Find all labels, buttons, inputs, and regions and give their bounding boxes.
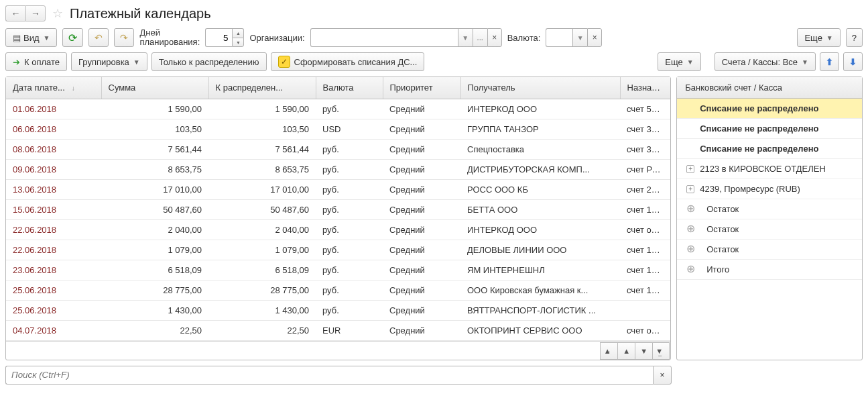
- account-item-label: Итого: [706, 264, 729, 274]
- scroll-top-button[interactable]: ▲_: [600, 342, 617, 360]
- table-row[interactable]: 08.06.20187 561,447 561,44руб.СреднийСпе…: [6, 139, 670, 159]
- cell-priority: Средний: [383, 300, 460, 320]
- account-tree-item[interactable]: ⊕Итого: [677, 260, 862, 280]
- expand-dot-icon[interactable]: ⊕: [686, 225, 694, 234]
- arrow-down-icon: ⬇: [849, 57, 857, 67]
- currency-selector[interactable]: ▼ ×: [546, 28, 602, 47]
- account-tree-item[interactable]: Списание не распределено: [677, 119, 862, 139]
- currency-clear-button[interactable]: ×: [587, 28, 602, 47]
- currency-dropdown-button[interactable]: ▼: [572, 28, 587, 47]
- table-row[interactable]: 23.06.20186 518,096 518,09руб.СреднийЯМ …: [6, 260, 670, 280]
- org-field[interactable]: [310, 28, 458, 47]
- col-sum-header[interactable]: Сумма: [101, 77, 208, 99]
- currency-field[interactable]: [546, 28, 572, 47]
- days-input[interactable]: [205, 28, 232, 47]
- col-dist-header[interactable]: К распределен...: [208, 77, 316, 99]
- cell-recipient: ДИСТРИБУТОРСКАЯ КОМП...: [460, 159, 620, 179]
- favorite-star-icon[interactable]: ☆: [50, 5, 66, 21]
- grouping-button[interactable]: Группировка ▼: [71, 52, 147, 71]
- cell-currency: руб.: [316, 99, 383, 119]
- nav-forward-button[interactable]: →: [25, 5, 46, 21]
- expand-dot-icon[interactable]: ⊕: [686, 266, 694, 274]
- to-payment-button[interactable]: ➔ К оплате: [5, 52, 67, 71]
- table-row[interactable]: 25.06.201828 775,0028 775,00руб.Средний …: [6, 280, 670, 300]
- cell-priority: Средний: [383, 199, 460, 219]
- account-tree-item[interactable]: ⊕Остаток: [677, 240, 862, 260]
- spinner-up-button[interactable]: ▲: [232, 28, 244, 38]
- expand-dot-icon[interactable]: ⊕: [686, 205, 694, 213]
- scroll-up-button[interactable]: ▲: [617, 342, 635, 360]
- account-tree-item[interactable]: +2123 в КИРОВСКОЕ ОТДЕЛЕН: [677, 159, 862, 179]
- cell-purpose: счет от22,06: [620, 320, 670, 340]
- cell-recipient: ГРУППА ТАНЗОР: [460, 119, 620, 139]
- col-date-header[interactable]: Дата плате...↓: [6, 77, 101, 99]
- col-priority-header[interactable]: Приоритет: [383, 77, 460, 99]
- spinner-down-button[interactable]: ▼: [232, 38, 244, 47]
- more-button-toolbar1[interactable]: Еще ▼: [797, 28, 840, 47]
- cell-sum: 2 040,00: [101, 219, 208, 240]
- more-label: Еще: [804, 33, 822, 43]
- undo-button[interactable]: ↶: [88, 28, 109, 47]
- help-label: ?: [852, 33, 857, 43]
- cell-priority: Средний: [383, 159, 460, 179]
- account-tree-item[interactable]: ⊕Остаток: [677, 199, 862, 219]
- table-row[interactable]: 25.06.20181 430,001 430,00руб.СреднийВЯТ…: [6, 300, 670, 320]
- cell-sum: 17 010,00: [101, 179, 208, 199]
- col-currency-header[interactable]: Валюта: [316, 77, 383, 99]
- cell-sum: 7 561,44: [101, 139, 208, 159]
- col-recipient-header[interactable]: Получатель: [460, 77, 620, 99]
- cell-currency: EUR: [316, 320, 383, 340]
- expand-icon[interactable]: +: [686, 185, 694, 193]
- account-tree-item[interactable]: ⊕Остаток: [677, 219, 862, 240]
- cell-dist: 1 590,00: [208, 99, 316, 119]
- only-to-distribute-button[interactable]: Только к распределению: [151, 52, 267, 71]
- cell-dist: 6 518,09: [208, 260, 316, 280]
- cell-dist: 103,50: [208, 119, 316, 139]
- org-selector[interactable]: ▼ ... ×: [310, 28, 502, 47]
- col-purpose-header[interactable]: Назначение: [620, 77, 670, 99]
- cell-priority: Средний: [383, 320, 460, 340]
- more-button-toolbar2[interactable]: Еще ▼: [658, 52, 700, 71]
- accounts-filter-button[interactable]: Счета / Кассы: Все ▼: [715, 52, 816, 71]
- scroll-down-button[interactable]: ▼: [635, 342, 652, 360]
- cell-recipient: ООО Кировская бумажная к...: [460, 280, 620, 300]
- table-row[interactable]: 09.06.20188 653,758 653,75руб.СреднийДИС…: [6, 159, 670, 179]
- cell-dist: 2 040,00: [208, 219, 316, 240]
- org-picker-button[interactable]: ...: [473, 28, 487, 47]
- table-row[interactable]: 04.07.201822,5022,50EURСреднийОКТОПРИНТ …: [6, 320, 670, 340]
- org-clear-button[interactable]: ×: [487, 28, 502, 47]
- days-spinner[interactable]: ▲ ▼: [205, 28, 244, 47]
- cell-sum: 6 518,09: [101, 260, 208, 280]
- expand-dot-icon[interactable]: ⊕: [686, 246, 694, 254]
- org-dropdown-button[interactable]: ▼: [458, 28, 473, 47]
- table-row[interactable]: 13.06.201817 010,0017 010,00руб.СреднийР…: [6, 179, 670, 199]
- table-row[interactable]: 01.06.20181 590,001 590,00руб.СреднийИНТ…: [6, 99, 670, 119]
- chevron-down-icon: ▼: [826, 34, 833, 42]
- cell-recipient: ОКТОПРИНТ СЕРВИС ООО: [460, 320, 620, 340]
- account-tree-item[interactable]: +4239, Промресурс (RUB): [677, 179, 862, 199]
- redo-button[interactable]: ↷: [114, 28, 134, 47]
- move-down-button[interactable]: ⬇: [843, 52, 863, 71]
- table-row[interactable]: 06.06.2018103,50103,50USDСреднийГРУППА Т…: [6, 119, 670, 139]
- help-button[interactable]: ?: [846, 28, 863, 47]
- search-clear-button[interactable]: ×: [653, 366, 672, 385]
- refresh-button[interactable]: ⟳: [62, 28, 83, 47]
- nav-back-button[interactable]: ←: [5, 5, 25, 21]
- right-panel-header[interactable]: Банковский счет / Касса: [677, 77, 862, 99]
- cell-priority: Средний: [383, 240, 460, 260]
- search-input[interactable]: [5, 366, 653, 385]
- days-label: Дней планирования:: [139, 28, 200, 47]
- cell-dist: 1 430,00: [208, 300, 316, 320]
- account-item-label: Списание не распределено: [700, 103, 818, 113]
- account-tree-item[interactable]: Списание не распределено: [677, 139, 862, 159]
- scroll-bottom-button[interactable]: ▼_: [652, 342, 670, 360]
- cell-currency: руб.: [316, 179, 383, 199]
- form-writeoffs-button[interactable]: ✓ Сформировать списания ДС...: [271, 52, 425, 71]
- table-row[interactable]: 22.06.20181 079,001 079,00руб.СреднийДЕЛ…: [6, 240, 670, 260]
- table-row[interactable]: 15.06.201850 487,6050 487,60руб.СреднийБ…: [6, 199, 670, 219]
- move-up-button[interactable]: ⬆: [820, 52, 839, 71]
- expand-icon[interactable]: +: [686, 165, 694, 173]
- table-row[interactable]: 22.06.20182 040,002 040,00руб.СреднийИНТ…: [6, 219, 670, 240]
- view-button[interactable]: ▤ Вид ▼: [5, 28, 57, 47]
- account-tree-item[interactable]: Списание не распределено: [677, 99, 862, 119]
